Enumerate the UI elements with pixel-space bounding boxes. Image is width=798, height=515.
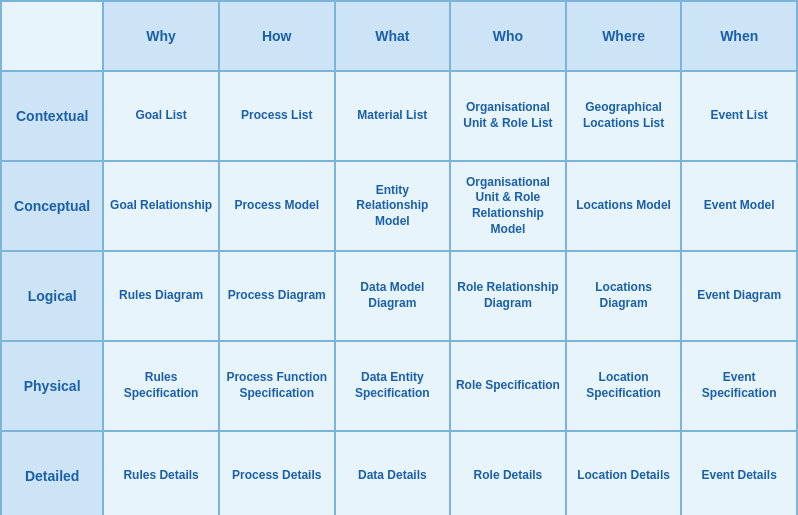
data-cell: Rules Specification (103, 341, 219, 431)
header-who: Who (450, 1, 566, 71)
header-what: What (335, 1, 451, 71)
row-label-conceptual: Conceptual (1, 161, 103, 251)
table-row: LogicalRules DiagramProcess DiagramData … (1, 251, 797, 341)
header-why: Why (103, 1, 219, 71)
data-cell: Location Details (566, 431, 682, 515)
table-row: ContextualGoal ListProcess ListMaterial … (1, 71, 797, 161)
data-cell: Material List (335, 71, 451, 161)
table-row: ConceptualGoal RelationshipProcess Model… (1, 161, 797, 251)
data-cell: Event Specification (681, 341, 797, 431)
data-cell: Locations Model (566, 161, 682, 251)
data-cell: Role Specification (450, 341, 566, 431)
corner-cell (1, 1, 103, 71)
data-cell: Process Function Specification (219, 341, 335, 431)
data-cell: Geographical Locations List (566, 71, 682, 161)
data-cell: Goal Relationship (103, 161, 219, 251)
data-cell: Process Diagram (219, 251, 335, 341)
data-cell: Event Diagram (681, 251, 797, 341)
table-row: DetailedRules DetailsProcess DetailsData… (1, 431, 797, 515)
data-cell: Locations Diagram (566, 251, 682, 341)
data-cell: Rules Details (103, 431, 219, 515)
data-cell: Role Relationship Diagram (450, 251, 566, 341)
data-cell: Entity Relationship Model (335, 161, 451, 251)
data-cell: Role Details (450, 431, 566, 515)
row-label-contextual: Contextual (1, 71, 103, 161)
row-label-logical: Logical (1, 251, 103, 341)
data-cell: Event List (681, 71, 797, 161)
data-cell: Event Details (681, 431, 797, 515)
header-when: When (681, 1, 797, 71)
data-cell: Process List (219, 71, 335, 161)
table-row: PhysicalRules SpecificationProcess Funct… (1, 341, 797, 431)
data-cell: Data Entity Specification (335, 341, 451, 431)
data-cell: Process Model (219, 161, 335, 251)
header-where: Where (566, 1, 682, 71)
data-cell: Event Model (681, 161, 797, 251)
data-cell: Data Model Diagram (335, 251, 451, 341)
data-cell: Process Details (219, 431, 335, 515)
data-cell: Location Specification (566, 341, 682, 431)
row-label-detailed: Detailed (1, 431, 103, 515)
data-cell: Data Details (335, 431, 451, 515)
data-cell: Organisational Unit & Role List (450, 71, 566, 161)
data-cell: Rules Diagram (103, 251, 219, 341)
row-label-physical: Physical (1, 341, 103, 431)
zachman-framework-table: WhyHowWhatWhoWhereWhen ContextualGoal Li… (0, 0, 798, 515)
data-cell: Goal List (103, 71, 219, 161)
data-cell: Organisational Unit & Role Relationship … (450, 161, 566, 251)
header-how: How (219, 1, 335, 71)
